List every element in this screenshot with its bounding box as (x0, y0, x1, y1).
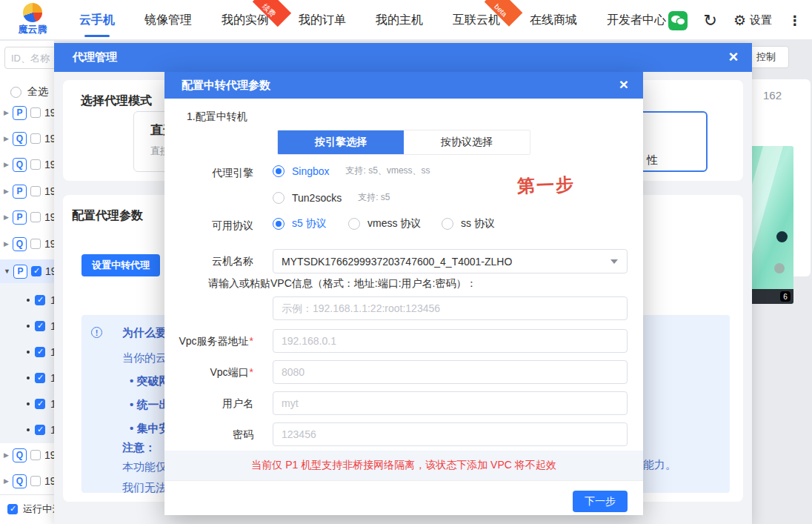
nav-item-my-hosts[interactable]: 我的主机 (374, 10, 425, 31)
nav-item-my-instances[interactable]: 我的实例 续费 (220, 10, 270, 31)
radio-selected-icon[interactable] (273, 218, 284, 230)
device-row-selected[interactable]: ▼ P 19 (0, 259, 54, 283)
password-input[interactable] (273, 422, 628, 446)
nav-item-interconnect[interactable]: 互联云机 beta (451, 10, 502, 31)
select-all-label: 全选 (27, 85, 48, 99)
info-note-tail: 能力。 (643, 458, 676, 472)
device-checkbox[interactable] (30, 159, 41, 170)
child-row[interactable]: 10 (0, 393, 54, 415)
engine-option-tun2socks[interactable]: Tun2socks 支持: s5 (273, 191, 390, 204)
tab-by-engine[interactable]: 按引擎选择 (278, 130, 404, 154)
nav-item-cloud-phone[interactable]: 云手机 (78, 10, 116, 31)
protocol-option-s5[interactable]: s5 协议 (273, 217, 327, 231)
device-row[interactable]: ▶ P 19 (0, 180, 54, 202)
close-icon[interactable]: × (724, 48, 743, 66)
refresh-icon[interactable]: ↻ (704, 13, 717, 29)
phone-screenshot-thumbnail[interactable]: 6 (749, 146, 793, 304)
expand-icon[interactable]: ▶ (4, 451, 9, 459)
device-checkbox[interactable] (30, 476, 41, 486)
type-badge: P (13, 265, 27, 279)
info-note-1: 本功能仅 (122, 460, 167, 474)
child-row[interactable]: 10 (0, 289, 54, 311)
child-row[interactable]: 10 (0, 367, 54, 389)
device-sidebar: 全选 ▶ P 19 ▶ Q 19 ▶ Q 19 ▶ P 19 ▶ P 19 ▶ … (0, 41, 54, 524)
device-checkbox[interactable] (30, 212, 41, 222)
radio-icon[interactable] (273, 192, 284, 204)
child-checkbox-checked[interactable] (35, 425, 45, 435)
username-label: 用户名 (172, 397, 253, 411)
settings-button[interactable]: ⚙ 设置 (733, 12, 772, 29)
device-checkbox[interactable] (30, 450, 41, 460)
wechat-icon[interactable] (668, 11, 688, 30)
child-checkbox-checked[interactable] (35, 295, 45, 305)
collapse-icon[interactable]: ▼ (4, 268, 10, 275)
device-row[interactable]: ▶ P 19 (0, 206, 54, 228)
nav-item-image-management[interactable]: 镜像管理 (143, 10, 193, 31)
close-icon[interactable]: × (615, 76, 633, 93)
dialog-footer: 下一步 (164, 480, 643, 515)
device-row[interactable]: ▶ Q 19 (0, 470, 54, 492)
vpc-address-label: Vpc服务器地址 (172, 335, 253, 348)
device-checkbox[interactable] (30, 107, 41, 118)
radio-selected-icon[interactable] (273, 165, 284, 177)
app-logo[interactable]: 魔云腾 (13, 3, 52, 36)
setup-relay-proxy-button[interactable]: 设置中转代理 (81, 254, 160, 276)
running-checkbox-checked[interactable] (7, 504, 18, 514)
child-checkbox-checked[interactable] (35, 373, 45, 383)
select-all-radio[interactable] (10, 87, 21, 98)
username-input[interactable] (273, 391, 628, 415)
radio-icon[interactable] (348, 218, 360, 230)
device-row[interactable]: ▶ Q 19 (0, 153, 54, 176)
device-row[interactable]: ▶ Q 19 (0, 444, 54, 466)
device-label: 19 (44, 185, 54, 197)
device-checkbox[interactable] (30, 133, 41, 144)
radio-icon[interactable] (442, 218, 453, 230)
expand-icon[interactable]: ▶ (4, 240, 9, 248)
child-checkbox-checked[interactable] (35, 321, 45, 331)
select-all-row[interactable]: 全选 (10, 85, 48, 99)
expand-icon[interactable]: ▶ (4, 109, 9, 116)
child-row[interactable]: 10 (0, 341, 54, 363)
expand-icon[interactable]: ▶ (4, 135, 9, 142)
device-row[interactable]: ▶ Q 19 (0, 233, 54, 255)
bullet-icon (27, 325, 30, 328)
machine-name-select[interactable]: MYTSDK1766299937203747600_4_T4001-ZLHO (273, 249, 628, 273)
cloud-phone-card[interactable]: 162 6 (747, 79, 811, 276)
search-input[interactable] (4, 47, 54, 69)
child-checkbox-checked[interactable] (35, 347, 45, 357)
engine-option-singbox[interactable]: Singbox 支持: s5、vmess、ss (273, 165, 430, 177)
expand-icon[interactable]: ▶ (4, 213, 9, 221)
child-checkbox-checked[interactable] (35, 399, 45, 409)
device-checkbox[interactable] (30, 239, 41, 249)
vpc-paste-input[interactable] (273, 296, 628, 320)
device-checkbox-checked[interactable] (31, 266, 41, 276)
next-step-button[interactable]: 下一步 (573, 491, 628, 512)
proxy-mode-section-title: 选择代理模式 (81, 93, 152, 109)
bullet-icon (27, 402, 30, 405)
dialog-title: 配置中转代理参数 (182, 79, 270, 93)
expand-icon[interactable]: ▶ (4, 188, 9, 195)
child-row[interactable]: 10 (0, 315, 54, 337)
protocol-option-name: vmess 协议 (367, 217, 421, 231)
info-note-2: 我们无法 (122, 481, 167, 495)
device-row[interactable]: ▶ P 19 (0, 102, 54, 124)
more-menu-icon[interactable]: ⋮ (788, 13, 802, 29)
tab-by-protocol[interactable]: 按协议选择 (404, 130, 530, 154)
child-row[interactable]: 10 (0, 419, 54, 441)
protocol-option-ss[interactable]: ss 协议 (442, 217, 495, 231)
warning-text: 当前仅 P1 机型支持非桥接网络隔离，该状态下添加 VPC 将不起效 (251, 459, 556, 472)
device-checkbox[interactable] (30, 186, 41, 196)
nav-item-online-store[interactable]: 在线商城 (528, 10, 579, 31)
device-label: 19 (44, 238, 54, 250)
expand-icon[interactable]: ▶ (4, 161, 9, 168)
expand-icon[interactable]: ▶ (4, 477, 9, 485)
engine-option-hint: 支持: s5 (358, 191, 390, 204)
vpc-address-input[interactable] (273, 329, 628, 353)
nav-item-developer-center[interactable]: 开发者中心 (605, 10, 668, 31)
protocol-option-vmess[interactable]: vmess 协议 (348, 217, 421, 231)
protocol-option-name: s5 协议 (292, 217, 327, 231)
device-row[interactable]: ▶ Q 19 (0, 127, 54, 150)
running-filter-row[interactable]: 运行中云机 (7, 503, 54, 516)
nav-item-my-orders[interactable]: 我的订单 (297, 10, 347, 31)
vpc-port-input[interactable] (273, 360, 628, 384)
